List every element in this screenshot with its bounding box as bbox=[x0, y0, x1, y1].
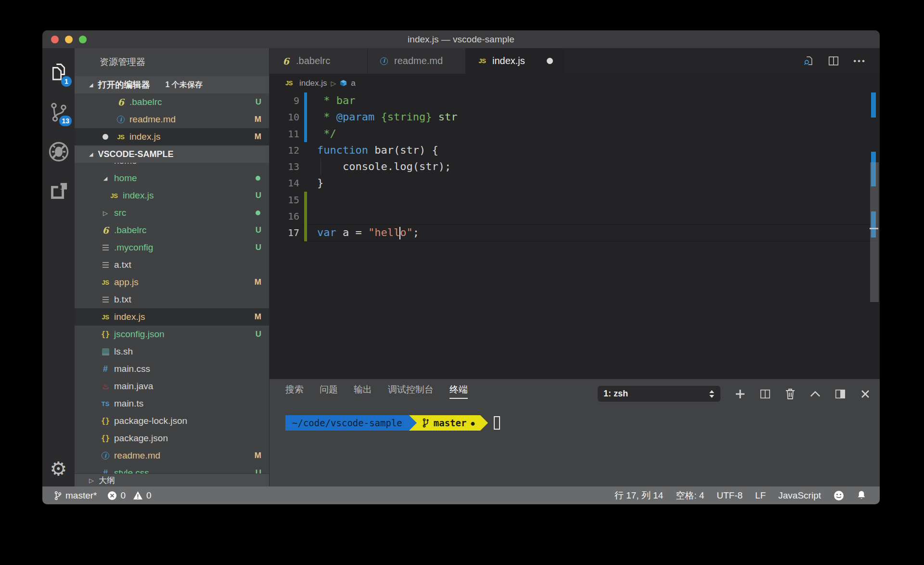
code-editor[interactable]: 9 * bar10 * @param {string} str11 */12fu… bbox=[270, 92, 880, 379]
file-name: package-lock.json bbox=[114, 416, 187, 426]
scrollbar-thumb[interactable] bbox=[870, 162, 879, 302]
tree-item[interactable]: ♨main.java bbox=[75, 378, 269, 395]
tab-label: index.js bbox=[492, 55, 525, 66]
outline-section-header[interactable]: ▷ 大纲 bbox=[75, 473, 269, 486]
open-editor-item[interactable]: ireadme.mdM bbox=[75, 111, 269, 128]
breadcrumb[interactable]: JS index.js ▷ a bbox=[270, 74, 880, 92]
tab-indexjs[interactable]: JS index.js bbox=[466, 48, 564, 74]
breadcrumb-file[interactable]: index.js bbox=[299, 79, 327, 88]
untracked-dot-icon bbox=[256, 210, 260, 215]
tree-item[interactable]: a.txt bbox=[75, 256, 269, 274]
status-indentation[interactable]: 空格: 4 bbox=[676, 489, 704, 502]
tree-item[interactable]: {}package-lock.json bbox=[75, 412, 269, 430]
open-editors-header[interactable]: ◢ 打开的编辑器 1 个未保存 bbox=[75, 76, 269, 93]
error-icon bbox=[107, 491, 117, 500]
split-editor-icon[interactable] bbox=[828, 56, 839, 66]
token: "hell bbox=[368, 226, 400, 238]
settings-gear-icon[interactable]: ⚙ bbox=[42, 458, 75, 480]
tree-item[interactable]: #main.css bbox=[75, 360, 269, 378]
sh-icon bbox=[100, 348, 111, 355]
open-changes-icon[interactable] bbox=[803, 56, 814, 66]
tree-item[interactable]: –home bbox=[75, 163, 269, 170]
split-terminal-icon[interactable] bbox=[760, 389, 770, 399]
tree-item[interactable]: TSmain.ts bbox=[75, 395, 269, 412]
tree-item[interactable]: {}package.json bbox=[75, 430, 269, 447]
babel-icon: 6 bbox=[280, 56, 292, 66]
line-number: 12 bbox=[270, 142, 302, 158]
babel-icon: 6 bbox=[100, 225, 111, 236]
file-name: main.css bbox=[114, 364, 150, 374]
git-status-badge: M bbox=[255, 115, 261, 124]
panel-tab-debug-console[interactable]: 调试控制台 bbox=[388, 383, 434, 399]
line-number: 15 bbox=[270, 192, 302, 208]
tree-item[interactable]: JSindex.jsU bbox=[75, 187, 269, 204]
tree-item[interactable]: {}jsconfig.jsonU bbox=[75, 326, 269, 343]
status-problems[interactable]: 0 0 bbox=[107, 490, 151, 501]
breadcrumb-symbol[interactable]: a bbox=[351, 79, 355, 88]
kill-terminal-trash-icon[interactable] bbox=[785, 389, 796, 399]
line-number: 14 bbox=[270, 175, 302, 191]
panel-tab-problems[interactable]: 问题 bbox=[320, 383, 338, 399]
code-line: 10 * @param {string} str bbox=[270, 109, 880, 125]
tab-bar: 6 .babelrc i readme.md JS index.js bbox=[270, 48, 880, 74]
notifications-bell-icon[interactable] bbox=[857, 490, 866, 501]
close-panel-icon[interactable] bbox=[860, 389, 871, 399]
json-icon: {} bbox=[100, 434, 111, 443]
tree-item[interactable]: b.txt bbox=[75, 291, 269, 308]
panel-tab-terminal[interactable]: 终端 bbox=[449, 383, 468, 399]
titlebar: index.js — vscode-sample bbox=[42, 30, 880, 48]
terminal-select[interactable]: 1: zsh bbox=[598, 386, 720, 402]
activity-extensions[interactable] bbox=[42, 171, 75, 211]
unsaved-dot-icon[interactable] bbox=[547, 58, 553, 64]
git-status-badge: M bbox=[255, 277, 261, 287]
terminal[interactable]: ~/code/vscode-sample master ● bbox=[285, 415, 880, 431]
tab-babelrc[interactable]: 6 .babelrc bbox=[270, 48, 368, 74]
close-window-button[interactable] bbox=[51, 36, 59, 43]
css-icon: # bbox=[100, 364, 111, 374]
file-name: index.js bbox=[129, 131, 160, 142]
file-name: main.ts bbox=[114, 398, 143, 409]
overview-ruler bbox=[868, 92, 880, 379]
status-cursor-position[interactable]: 行 17, 列 14 bbox=[615, 489, 663, 502]
new-terminal-icon[interactable] bbox=[735, 389, 745, 399]
token: var bbox=[317, 226, 336, 238]
status-branch[interactable]: master* bbox=[54, 490, 97, 501]
tab-readme[interactable]: i readme.md bbox=[368, 48, 466, 74]
token: * bbox=[317, 111, 336, 123]
minimize-window-button[interactable] bbox=[65, 36, 73, 43]
activity-debug[interactable] bbox=[42, 132, 75, 171]
vscode-window: index.js — vscode-sample 1 bbox=[42, 30, 880, 504]
tree-item[interactable]: 6.babelrcU bbox=[75, 222, 269, 239]
activity-source-control[interactable]: 13 bbox=[42, 92, 75, 132]
file-name: readme.md bbox=[114, 450, 160, 461]
tree-item[interactable]: ▷src bbox=[75, 204, 269, 222]
panel-tab-output[interactable]: 输出 bbox=[354, 383, 372, 399]
status-encoding[interactable]: UTF-8 bbox=[717, 490, 743, 501]
zoom-window-button[interactable] bbox=[79, 36, 87, 43]
more-actions-icon[interactable]: ••• bbox=[853, 56, 866, 66]
open-editor-item[interactable]: 6.babelrcU bbox=[75, 93, 269, 111]
tree-item[interactable]: ls.sh bbox=[75, 343, 269, 360]
panel-tab-search[interactable]: 搜索 bbox=[285, 383, 304, 399]
open-editor-item[interactable]: JSindex.jsM bbox=[75, 128, 269, 145]
tree-item[interactable]: .myconfigU bbox=[75, 239, 269, 256]
activity-explorer[interactable]: 1 bbox=[42, 53, 75, 92]
tree-item[interactable]: ireadme.mdM bbox=[75, 447, 269, 464]
line-number: 9 bbox=[270, 92, 302, 109]
project-section-header[interactable]: ◢ VSCODE-SAMPLE bbox=[75, 145, 269, 163]
tree-item[interactable]: JSindex.jsM bbox=[75, 308, 269, 326]
maximize-panel-icon[interactable] bbox=[810, 389, 821, 399]
feedback-smiley-icon[interactable] bbox=[834, 490, 844, 501]
js-icon: JS bbox=[476, 57, 488, 65]
terminal-git-segment: master ● bbox=[417, 415, 480, 431]
tree-item[interactable]: JSapp.jsM bbox=[75, 274, 269, 291]
move-panel-right-icon[interactable] bbox=[835, 389, 846, 399]
powerline-arrow bbox=[480, 415, 488, 431]
status-eol[interactable]: LF bbox=[755, 490, 766, 501]
tree-item[interactable]: ◢home bbox=[75, 170, 269, 187]
terminal-select-value: 1: zsh bbox=[603, 389, 628, 399]
file-name: jsconfig.json bbox=[114, 329, 165, 340]
code-line: 16 bbox=[270, 208, 880, 224]
code-line: 15 bbox=[270, 192, 880, 208]
status-language[interactable]: JavaScript bbox=[778, 490, 821, 501]
